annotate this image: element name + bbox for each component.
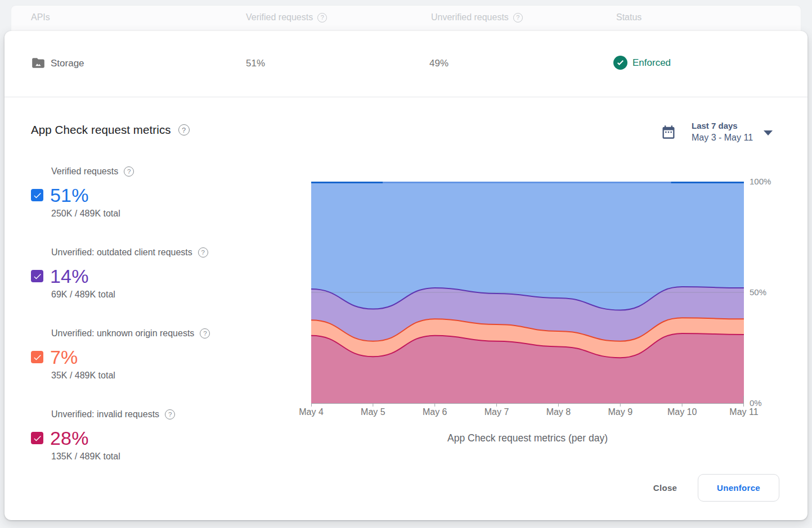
status-label: Enforced (632, 57, 671, 69)
legend-item-unknown-origin: Unverified: unknown origin requests ? 7%… (31, 328, 279, 381)
section-title-row: App Check request metrics ? (31, 123, 190, 137)
help-icon[interactable]: ? (200, 328, 210, 339)
legend-label: Unverified: invalid requests (51, 409, 159, 419)
column-header-label: Verified requests (246, 12, 313, 22)
unenforce-button[interactable]: Unenforce (698, 474, 779, 502)
calendar-icon (661, 124, 676, 140)
chart-canvas (311, 182, 744, 408)
legend-label: Unverified: outdated client requests (51, 247, 192, 258)
date-range-preset: Last 7 days (692, 120, 753, 132)
legend-value-row: 7% (31, 345, 279, 369)
legend-detail: 250K / 489K total (51, 209, 279, 219)
column-header-apis: APIs (31, 12, 50, 22)
help-icon: ? (317, 13, 327, 22)
legend-value-row: 51% (31, 183, 279, 207)
column-header-verified-requests: Verified requests ? (246, 12, 327, 22)
y-axis-label: 0% (750, 398, 762, 408)
enforced-check-icon (613, 56, 627, 70)
legend-label: Verified requests (51, 166, 118, 177)
app-check-detail-card: Storage 51% 49% Enforced App Check reque… (5, 31, 807, 520)
legend-checkbox-outdated-client[interactable] (31, 270, 43, 282)
legend-item-verified: Verified requests ? 51% 250K / 489K tota… (31, 166, 279, 219)
help-icon[interactable]: ? (178, 124, 190, 136)
legend-detail: 135K / 489K total (51, 452, 279, 462)
section-title: App Check request metrics (31, 123, 171, 137)
row-divider (5, 97, 807, 97)
legend-label: Unverified: unknown origin requests (51, 328, 194, 339)
legend-label-row: Unverified: unknown origin requests ? (51, 328, 279, 339)
x-axis-label: May 8 (546, 407, 571, 417)
y-axis-labels: 100%50%0% (750, 182, 783, 408)
help-icon[interactable]: ? (124, 166, 134, 177)
x-axis-label: May 5 (361, 407, 385, 417)
x-axis-label: May 9 (608, 407, 632, 417)
help-icon: ? (513, 13, 523, 22)
legend-value-row: 14% (31, 264, 279, 288)
legend-percentage: 7% (50, 346, 78, 368)
legend-percentage: 14% (50, 265, 89, 287)
help-icon[interactable]: ? (165, 409, 175, 419)
date-range-dates: May 3 - May 11 (692, 132, 753, 144)
caret-down-icon (764, 130, 773, 136)
legend-label-row: Unverified: invalid requests ? (51, 409, 279, 419)
x-axis-label: May 4 (299, 407, 324, 417)
y-axis-label: 100% (750, 177, 771, 186)
x-axis-label: May 10 (667, 407, 697, 417)
legend-percentage: 51% (50, 184, 89, 206)
column-header-unverified-requests: Unverified requests ? (431, 12, 523, 22)
legend-checkbox-unknown-origin[interactable] (31, 351, 43, 363)
x-axis-label: May 7 (484, 407, 509, 417)
legend-value-row: 28% (31, 426, 279, 450)
legend-detail: 69K / 489K total (51, 290, 279, 300)
status-badge: Enforced (613, 56, 671, 70)
column-header-status: Status (616, 12, 641, 22)
column-header-label: Unverified requests (431, 12, 509, 22)
legend-percentage: 28% (50, 427, 89, 449)
date-range-text: Last 7 days May 3 - May 11 (692, 120, 753, 144)
api-name: Storage (51, 58, 84, 69)
legend-checkbox-invalid[interactable] (31, 432, 43, 444)
legend-item-invalid: Unverified: invalid requests ? 28% 135K … (31, 409, 279, 462)
x-axis-label: May 11 (729, 407, 758, 417)
y-axis-label: 50% (750, 287, 766, 297)
legend-item-outdated-client: Unverified: outdated client requests ? 1… (31, 247, 279, 300)
help-icon[interactable]: ? (198, 247, 208, 258)
x-axis-labels: May 4May 5May 6May 7May 8May 9May 10May … (311, 407, 744, 419)
verified-requests-value: 51% (246, 58, 265, 69)
legend-label-row: Verified requests ? (51, 166, 279, 177)
chart-caption: App Check request metrics (per day) (311, 432, 744, 444)
close-button[interactable]: Close (637, 478, 693, 498)
legend-label-row: Unverified: outdated client requests ? (51, 247, 279, 258)
date-range-selector[interactable]: Last 7 days May 3 - May 11 (661, 120, 773, 144)
unverified-requests-value: 49% (429, 58, 448, 69)
legend-detail: 35K / 489K total (51, 371, 279, 381)
x-axis-label: May 6 (423, 407, 447, 417)
stacked-area-chart (311, 182, 744, 408)
legend-checkbox-verified[interactable] (31, 189, 43, 201)
storage-folder-icon (31, 56, 46, 70)
